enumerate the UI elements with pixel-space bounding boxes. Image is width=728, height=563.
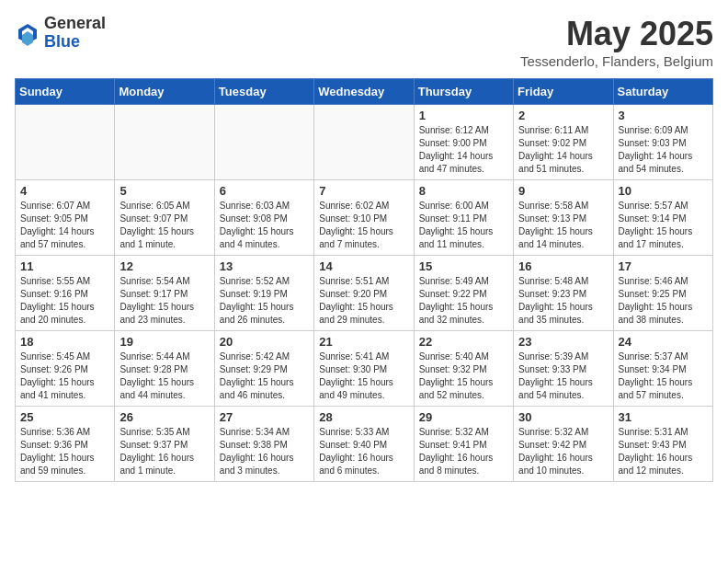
table-row: 31Sunrise: 5:31 AM Sunset: 9:43 PM Dayli… [613, 407, 712, 482]
day-number: 6 [220, 184, 309, 198]
table-row: 18Sunrise: 5:45 AM Sunset: 9:26 PM Dayli… [16, 331, 115, 407]
day-info: Sunrise: 5:41 AM Sunset: 9:30 PM Dayligh… [319, 350, 408, 402]
table-row: 1Sunrise: 6:12 AM Sunset: 9:00 PM Daylig… [414, 105, 513, 180]
calendar-week-3: 11Sunrise: 5:55 AM Sunset: 9:16 PM Dayli… [16, 256, 713, 331]
col-tuesday: Tuesday [214, 79, 313, 105]
table-row: 23Sunrise: 5:39 AM Sunset: 9:33 PM Dayli… [514, 331, 613, 407]
table-row: 5Sunrise: 6:05 AM Sunset: 9:07 PM Daylig… [115, 180, 214, 256]
day-number: 28 [319, 410, 408, 424]
day-info: Sunrise: 5:44 AM Sunset: 9:28 PM Dayligh… [119, 350, 209, 402]
table-row: 8Sunrise: 6:00 AM Sunset: 9:11 PM Daylig… [414, 180, 513, 256]
table-row: 28Sunrise: 5:33 AM Sunset: 9:40 PM Dayli… [314, 407, 414, 482]
day-number: 14 [319, 259, 408, 273]
day-number: 13 [220, 259, 309, 273]
calendar-table: Sunday Monday Tuesday Wednesday Thursday… [15, 78, 713, 482]
day-number: 8 [419, 184, 508, 198]
table-row: 25Sunrise: 5:36 AM Sunset: 9:36 PM Dayli… [16, 407, 115, 482]
table-row: 20Sunrise: 5:42 AM Sunset: 9:29 PM Dayli… [214, 331, 313, 407]
col-wednesday: Wednesday [314, 79, 414, 105]
logo-blue-text: Blue [44, 33, 106, 52]
table-row: 29Sunrise: 5:32 AM Sunset: 9:41 PM Dayli… [414, 407, 513, 482]
col-friday: Friday [514, 79, 613, 105]
day-info: Sunrise: 5:39 AM Sunset: 9:33 PM Dayligh… [518, 350, 608, 402]
table-row: 19Sunrise: 5:44 AM Sunset: 9:28 PM Dayli… [115, 331, 214, 407]
day-number: 23 [518, 335, 608, 349]
day-number: 25 [20, 410, 109, 424]
day-number: 12 [119, 259, 209, 273]
title-block: May 2025 Tessenderlo, Flanders, Belgium [520, 15, 713, 69]
day-number: 17 [619, 259, 708, 273]
table-row: 26Sunrise: 5:35 AM Sunset: 9:37 PM Dayli… [115, 407, 214, 482]
day-number: 3 [619, 109, 708, 122]
day-number: 7 [319, 184, 408, 198]
day-info: Sunrise: 5:42 AM Sunset: 9:29 PM Dayligh… [220, 350, 309, 402]
page-header: General Blue May 2025 Tessenderlo, Fland… [15, 15, 713, 69]
day-info: Sunrise: 6:03 AM Sunset: 9:08 PM Dayligh… [220, 200, 309, 251]
day-info: Sunrise: 5:55 AM Sunset: 9:16 PM Dayligh… [20, 275, 109, 327]
table-row: 16Sunrise: 5:48 AM Sunset: 9:23 PM Dayli… [514, 256, 613, 331]
svg-marker-1 [22, 31, 33, 46]
day-info: Sunrise: 5:48 AM Sunset: 9:23 PM Dayligh… [518, 275, 608, 327]
day-info: Sunrise: 5:46 AM Sunset: 9:25 PM Dayligh… [619, 275, 708, 327]
day-info: Sunrise: 5:40 AM Sunset: 9:32 PM Dayligh… [419, 350, 508, 402]
table-row: 17Sunrise: 5:46 AM Sunset: 9:25 PM Dayli… [613, 256, 712, 331]
day-info: Sunrise: 5:33 AM Sunset: 9:40 PM Dayligh… [319, 426, 408, 477]
day-info: Sunrise: 5:34 AM Sunset: 9:38 PM Dayligh… [220, 426, 309, 477]
day-number: 15 [419, 259, 508, 273]
table-row: 7Sunrise: 6:02 AM Sunset: 9:10 PM Daylig… [314, 180, 414, 256]
day-number: 29 [419, 410, 508, 424]
table-row [115, 105, 214, 180]
location-subtitle: Tessenderlo, Flanders, Belgium [520, 53, 713, 69]
day-number: 22 [419, 335, 508, 349]
logo: General Blue [15, 15, 106, 52]
day-number: 9 [518, 184, 608, 198]
table-row: 22Sunrise: 5:40 AM Sunset: 9:32 PM Dayli… [414, 331, 513, 407]
table-row: 10Sunrise: 5:57 AM Sunset: 9:14 PM Dayli… [613, 180, 712, 256]
day-number: 1 [419, 109, 508, 122]
col-saturday: Saturday [613, 79, 712, 105]
day-info: Sunrise: 5:31 AM Sunset: 9:43 PM Dayligh… [619, 426, 708, 477]
page-container: General Blue May 2025 Tessenderlo, Fland… [15, 15, 713, 482]
day-info: Sunrise: 6:09 AM Sunset: 9:03 PM Dayligh… [619, 124, 708, 176]
day-info: Sunrise: 5:54 AM Sunset: 9:17 PM Dayligh… [119, 275, 209, 327]
day-info: Sunrise: 5:45 AM Sunset: 9:26 PM Dayligh… [20, 350, 109, 402]
table-row: 11Sunrise: 5:55 AM Sunset: 9:16 PM Dayli… [16, 256, 115, 331]
table-row [16, 105, 115, 180]
table-row: 9Sunrise: 5:58 AM Sunset: 9:13 PM Daylig… [514, 180, 613, 256]
day-info: Sunrise: 6:00 AM Sunset: 9:11 PM Dayligh… [419, 200, 508, 251]
day-number: 19 [119, 335, 209, 349]
table-row: 24Sunrise: 5:37 AM Sunset: 9:34 PM Dayli… [613, 331, 712, 407]
table-row: 12Sunrise: 5:54 AM Sunset: 9:17 PM Dayli… [115, 256, 214, 331]
day-info: Sunrise: 5:49 AM Sunset: 9:22 PM Dayligh… [419, 275, 508, 327]
table-row: 13Sunrise: 5:52 AM Sunset: 9:19 PM Dayli… [214, 256, 313, 331]
table-row: 4Sunrise: 6:07 AM Sunset: 9:05 PM Daylig… [16, 180, 115, 256]
table-row [314, 105, 414, 180]
day-info: Sunrise: 6:02 AM Sunset: 9:10 PM Dayligh… [319, 200, 408, 251]
day-number: 10 [619, 184, 708, 198]
day-info: Sunrise: 5:37 AM Sunset: 9:34 PM Dayligh… [619, 350, 708, 402]
calendar-week-1: 1Sunrise: 6:12 AM Sunset: 9:00 PM Daylig… [16, 105, 713, 180]
logo-general-text: General [44, 15, 106, 33]
day-info: Sunrise: 6:07 AM Sunset: 9:05 PM Dayligh… [20, 200, 109, 251]
day-info: Sunrise: 5:52 AM Sunset: 9:19 PM Dayligh… [220, 275, 309, 327]
table-row: 21Sunrise: 5:41 AM Sunset: 9:30 PM Dayli… [314, 331, 414, 407]
logo-icon [15, 20, 40, 46]
day-info: Sunrise: 5:58 AM Sunset: 9:13 PM Dayligh… [518, 200, 608, 251]
day-number: 26 [119, 410, 209, 424]
day-info: Sunrise: 6:12 AM Sunset: 9:00 PM Dayligh… [419, 124, 508, 176]
day-number: 11 [20, 259, 109, 273]
calendar-header-row: Sunday Monday Tuesday Wednesday Thursday… [16, 79, 713, 105]
day-number: 4 [20, 184, 109, 198]
day-number: 20 [220, 335, 309, 349]
day-number: 2 [518, 109, 608, 122]
day-info: Sunrise: 6:11 AM Sunset: 9:02 PM Dayligh… [518, 124, 608, 176]
table-row: 15Sunrise: 5:49 AM Sunset: 9:22 PM Dayli… [414, 256, 513, 331]
table-row: 27Sunrise: 5:34 AM Sunset: 9:38 PM Dayli… [214, 407, 313, 482]
col-monday: Monday [115, 79, 214, 105]
day-info: Sunrise: 5:35 AM Sunset: 9:37 PM Dayligh… [119, 426, 209, 477]
col-thursday: Thursday [414, 79, 513, 105]
day-number: 30 [518, 410, 608, 424]
day-number: 31 [619, 410, 708, 424]
day-number: 18 [20, 335, 109, 349]
calendar-week-4: 18Sunrise: 5:45 AM Sunset: 9:26 PM Dayli… [16, 331, 713, 407]
